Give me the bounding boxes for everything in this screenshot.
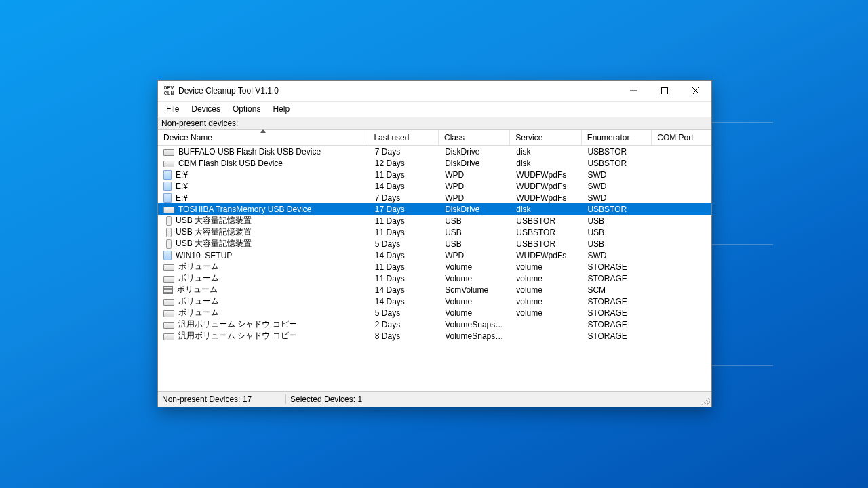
cell-class: USB [439,216,511,226]
desktop-wallpaper: DEV CLN Device Cleanup Tool V1.1.0 File … [0,0,868,488]
cell-service: WUDFWpdFs [511,251,582,260]
cell-class: DiskDrive [439,159,511,168]
cell-enumerator: USB [582,228,652,237]
cell-last-used: 5 Days [370,308,439,318]
table-row[interactable]: ボリューム14 DaysScmVolumevolumeSCM [158,284,711,296]
table-row[interactable]: E:¥14 DaysWPDWUDFWpdFsSWD [158,180,711,192]
table-row[interactable]: WIN10_SETUP14 DaysWPDWUDFWpdFsSWD [158,249,711,261]
minimize-button[interactable] [618,81,649,101]
cell-enumerator: STORAGE [582,274,652,283]
cell-service: volume [511,274,582,283]
maximize-button[interactable] [649,81,680,101]
cell-service: WUDFWpdFs [511,193,582,203]
cell-enumerator: USB [582,239,652,249]
cell-class: USB [439,239,511,249]
cell-enumerator: SWD [582,251,652,260]
table-row[interactable]: E:¥11 DaysWPDWUDFWpdFsSWD [158,169,711,180]
header-com-port[interactable]: COM Port [652,130,711,145]
vol-icon [163,310,174,317]
sort-ascending-icon [260,129,266,133]
cell-class: Volume [439,308,511,318]
wpd-icon [163,251,172,260]
cell-class: USB [439,228,511,237]
header-last-used[interactable]: Last used [368,130,439,145]
table-row[interactable]: 汎用ボリューム シャドウ コピー8 DaysVolumeSnapshotSTOR… [158,330,711,342]
wpd-icon [163,170,172,180]
cell-service: disk [511,159,582,168]
menu-options[interactable]: Options [227,103,266,115]
cell-service: volume [511,285,582,295]
cell-class: VolumeSnapshot [439,320,511,329]
vol-icon [163,299,174,306]
cell-device-name: ボリューム [178,307,219,319]
cell-last-used: 11 Days [370,262,439,272]
device-list[interactable]: BUFFALO USB Flash Disk USB Device7 DaysD… [158,146,711,391]
cell-device-name: ボリューム [177,284,218,296]
cell-enumerator: USBSTOR [582,147,652,157]
cell-class: VolumeSnapshot [439,331,511,341]
menu-help[interactable]: Help [267,103,295,115]
cell-last-used: 5 Days [370,239,439,249]
table-row[interactable]: ボリューム14 DaysVolumevolumeSTORAGE [158,296,711,307]
table-row[interactable]: BUFFALO USB Flash Disk USB Device7 DaysD… [158,146,711,157]
cell-last-used: 11 Days [370,228,439,237]
cell-enumerator: SWD [582,193,652,203]
cell-device-name: ボリューム [178,272,219,284]
resize-grip-icon[interactable] [699,394,710,405]
usb-icon [166,216,172,226]
table-row[interactable]: CBM Flash Disk USB Device12 DaysDiskDriv… [158,157,711,169]
cell-device-name: ボリューム [178,296,219,307]
cell-class: WPD [439,182,511,191]
cell-enumerator: SCM [582,285,652,295]
cell-enumerator: USBSTOR [582,159,652,168]
cell-service: disk [511,147,582,157]
cell-device-name: 汎用ボリューム シャドウ コピー [178,330,297,342]
table-row[interactable]: ボリューム5 DaysVolumevolumeSTORAGE [158,307,711,319]
menu-file[interactable]: File [161,103,184,115]
table-row[interactable]: ボリューム11 DaysVolumevolumeSTORAGE [158,261,711,272]
table-row[interactable]: USB 大容量記憶装置11 DaysUSBUSBSTORUSB [158,226,711,238]
table-row[interactable]: ボリューム11 DaysVolumevolumeSTORAGE [158,272,711,284]
header-service[interactable]: Service [510,130,581,145]
cell-last-used: 7 Days [370,147,439,157]
header-device-name[interactable]: Device Name [158,130,368,145]
cell-enumerator: STORAGE [582,331,652,341]
menu-devices[interactable]: Devices [186,103,226,115]
header-enumerator[interactable]: Enumerator [582,130,652,145]
cell-service: USBSTOR [511,216,582,226]
cell-device-name: USB 大容量記憶装置 [176,215,252,226]
section-label: Non-present devices: [158,117,711,130]
cell-class: WPD [439,193,511,203]
title-bar[interactable]: DEV CLN Device Cleanup Tool V1.1.0 [158,81,711,102]
cell-last-used: 12 Days [370,159,439,168]
svg-rect-1 [662,88,668,94]
table-row[interactable]: USB 大容量記憶装置5 DaysUSBUSBSTORUSB [158,238,711,249]
table-row[interactable]: TOSHIBA TransMemory USB Device17 DaysDis… [158,203,711,215]
cell-last-used: 2 Days [370,320,439,329]
close-button[interactable] [680,81,711,101]
wpd-icon [163,182,172,191]
app-icon: DEV CLN [162,85,176,96]
cell-service: volume [511,262,582,272]
usb-icon [166,239,172,249]
cell-device-name: TOSHIBA TransMemory USB Device [178,205,312,214]
cell-enumerator: STORAGE [582,320,652,329]
vol-icon [163,264,174,271]
table-row[interactable]: USB 大容量記憶装置11 DaysUSBUSBSTORUSB [158,215,711,226]
cell-service: volume [511,297,582,306]
cell-service: USBSTOR [511,239,582,249]
cell-service: disk [511,205,582,214]
wpd-icon [163,193,172,203]
vol-icon [163,333,174,340]
cell-last-used: 11 Days [370,216,439,226]
cell-class: DiskDrive [439,205,511,214]
usb-icon [166,228,172,237]
header-class[interactable]: Class [439,130,510,145]
window-title: Device Cleanup Tool V1.1.0 [178,86,618,96]
status-bar: Non-present Devices: 17 Selected Devices… [158,391,711,407]
disk-icon [163,149,174,156]
disk-icon [163,161,174,167]
table-row[interactable]: E:¥7 DaysWPDWUDFWpdFsSWD [158,192,711,203]
table-row[interactable]: 汎用ボリューム シャドウ コピー2 DaysVolumeSnapshotSTOR… [158,319,711,330]
cell-last-used: 8 Days [370,331,439,341]
